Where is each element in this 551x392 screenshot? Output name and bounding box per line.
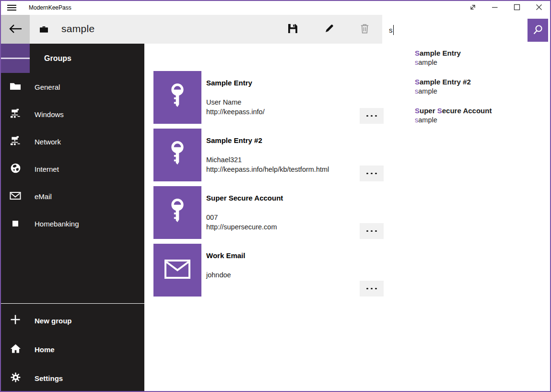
sidebar-item-label: Windows <box>35 110 64 119</box>
entry-text: Work Emailjohndoe <box>206 244 355 280</box>
delete-button[interactable] <box>353 15 376 44</box>
entry-tile <box>153 71 201 124</box>
network-icon <box>10 108 21 120</box>
search-suggestions: Sample EntrysampleSample Entry #2sampleS… <box>382 48 550 135</box>
folder-icon <box>10 82 21 92</box>
sidebar-item-label: Home <box>35 345 55 354</box>
trash-icon <box>360 24 369 35</box>
sidebar-item-email[interactable]: eMail <box>1 183 144 210</box>
entry-details: User Namehttp://keepass.info/ <box>206 97 355 117</box>
entry-row[interactable]: Sample Entry #2Michael321http://keepass.… <box>153 129 384 181</box>
mail-icon <box>10 191 21 202</box>
pencil-icon <box>324 24 334 35</box>
appbar: sample <box>1 15 382 44</box>
maximize-icon <box>512 2 522 13</box>
save-icon <box>288 24 298 35</box>
fullscreen-icon <box>468 2 478 13</box>
entry-title: Sample Entry <box>206 79 355 87</box>
minimize-button[interactable] <box>484 1 506 15</box>
suggestion-subtitle: sample <box>415 115 550 125</box>
entry-title: Super Secure Account <box>206 194 355 202</box>
entry-username: johndoe <box>206 270 355 280</box>
match-highlight: s <box>415 116 418 124</box>
entry-list: Sample EntryUser Namehttp://keepass.info… <box>153 71 384 301</box>
search-icon <box>533 24 543 36</box>
search-panel: s Sample EntrysampleSample Entry #2sampl… <box>382 15 550 132</box>
edit-button[interactable] <box>317 15 340 44</box>
sidebar-item-settings[interactable]: Settings <box>1 364 144 392</box>
sidebar-item-label: eMail <box>35 192 52 201</box>
sidebar-item-label: Settings <box>35 374 63 382</box>
entry-text: Sample Entry #2Michael321http://keepass.… <box>206 129 355 174</box>
entry-row[interactable]: Super Secure Account007http://supersecur… <box>153 186 384 239</box>
entry-more-button[interactable] <box>360 281 384 297</box>
square-icon <box>12 220 18 228</box>
entry-more-button[interactable] <box>360 108 384 124</box>
entry-more-button[interactable] <box>360 223 384 239</box>
entry-tile <box>153 186 201 239</box>
sidebar-item-general[interactable]: General <box>1 73 144 101</box>
search-suggestion[interactable]: Sample Entry #2sample <box>382 77 550 106</box>
save-button[interactable] <box>281 15 304 44</box>
entry-details: 007http://supersecure.com <box>206 213 355 232</box>
suggestion-title: Sample Entry <box>415 48 550 58</box>
entry-tile <box>153 244 201 297</box>
entry-username: Michael321 <box>206 155 355 165</box>
app-window: ModernKeePass <box>0 0 551 392</box>
search-suggestion[interactable]: Super Secure Accountsample <box>382 106 550 135</box>
entry-tile <box>153 129 201 181</box>
sidebar-item-homebanking[interactable]: Homebanking <box>1 210 144 238</box>
sidebar-item-network[interactable]: Network <box>1 128 144 155</box>
sidebar-hamburger-button[interactable] <box>1 44 30 73</box>
sidebar-item-label: New group <box>35 317 72 325</box>
search-button[interactable] <box>528 19 548 42</box>
match-highlight: S <box>437 107 442 115</box>
suggestion-subtitle: sample <box>415 58 550 67</box>
database-icon <box>39 25 48 35</box>
sidebar: Groups GeneralWindowsNetworkInterneteMai… <box>1 44 144 391</box>
fullscreen-button[interactable] <box>462 1 484 15</box>
entry-row[interactable]: Sample EntryUser Namehttp://keepass.info… <box>153 71 384 124</box>
globe-icon <box>10 163 21 176</box>
entry-details: johndoe <box>206 270 355 280</box>
sidebar-item-internet[interactable]: Internet <box>1 155 144 183</box>
key-icon <box>167 198 188 227</box>
close-button[interactable] <box>528 1 550 15</box>
match-highlight: S <box>415 49 420 57</box>
sidebar-item-label: Network <box>35 138 61 146</box>
app-title: ModernKeePass <box>29 1 71 15</box>
maximize-button[interactable] <box>506 1 528 15</box>
sidebar-item-home[interactable]: Home <box>1 335 144 364</box>
entry-text: Sample EntryUser Namehttp://keepass.info… <box>206 71 355 117</box>
entry-row[interactable]: Work Emailjohndoe <box>153 244 384 297</box>
sidebar-footer: New groupHomeSettings <box>1 306 144 392</box>
sidebar-item-new-group[interactable]: New group <box>1 306 144 335</box>
network-icon <box>10 136 21 148</box>
sidebar-item-label: General <box>35 83 60 91</box>
suggestion-subtitle: sample <box>415 86 550 96</box>
groups-heading: Groups <box>44 44 71 73</box>
key-icon <box>167 140 188 170</box>
suggestion-title: Super Secure Account <box>415 106 550 115</box>
group-list: GeneralWindowsNetworkInterneteMailHomeba… <box>1 73 144 238</box>
minimize-icon <box>490 2 500 13</box>
search-input[interactable]: s <box>382 18 528 42</box>
back-button[interactable] <box>1 15 30 44</box>
sidebar-item-windows[interactable]: Windows <box>1 101 144 128</box>
entry-more-button[interactable] <box>360 166 384 181</box>
entry-details: Michael321http://keepass.info/help/kb/te… <box>206 155 355 174</box>
entry-title: Work Email <box>206 251 355 260</box>
home-icon <box>10 344 21 356</box>
key-icon <box>167 83 188 112</box>
close-icon <box>534 2 544 13</box>
back-arrow-icon <box>9 24 22 35</box>
mail-icon <box>164 260 190 281</box>
window-controls <box>462 1 550 15</box>
search-query-text: s <box>389 26 393 34</box>
sidebar-divider <box>1 303 144 304</box>
search-suggestion[interactable]: Sample Entrysample <box>382 48 550 77</box>
entry-url: http://supersecure.com <box>206 222 355 232</box>
match-highlight: s <box>415 59 418 66</box>
database-title: sample <box>61 15 95 44</box>
titlebar: ModernKeePass <box>1 1 550 15</box>
